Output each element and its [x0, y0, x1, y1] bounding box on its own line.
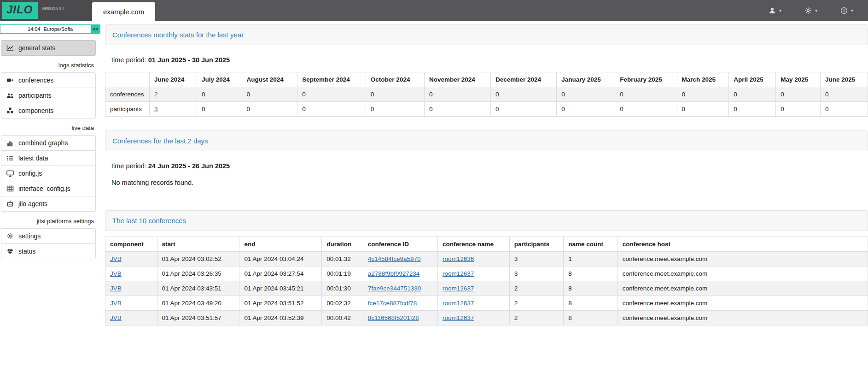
- table-cell: 0: [677, 87, 729, 102]
- table-cell: 0: [729, 87, 776, 102]
- conference-id-link[interactable]: 7fae9ce344751330: [368, 285, 421, 292]
- list-icon: [6, 154, 14, 162]
- jilo-logo[interactable]: JILO: [2, 2, 38, 19]
- time-period-value: 24 Jun 2025 - 26 Jun 2025: [148, 162, 230, 170]
- conference-name-link[interactable]: room12636: [443, 255, 474, 262]
- users-icon: [6, 92, 14, 99]
- component-link[interactable]: JVB: [110, 300, 122, 307]
- table-cell: a2788f9bf9927234: [363, 266, 437, 281]
- topbar-menus: ▾ ▾ ▾: [769, 0, 868, 21]
- table-cell: 2: [509, 281, 564, 296]
- conference-id-link[interactable]: 8c116568f5201f28: [368, 314, 419, 321]
- sidebar-item-participants[interactable]: participants: [1, 88, 96, 103]
- section-label-logs-statistics: logs statistics: [0, 56, 100, 72]
- table-cell: 8c116568f5201f28: [363, 311, 437, 326]
- column-header: August 2024: [242, 72, 297, 87]
- brand-block: JILO VERSION 0.4: [0, 0, 92, 21]
- card-title: Conferences monthly stats for the last y…: [105, 24, 868, 45]
- bar-chart-icon: [6, 139, 14, 147]
- table-cell: 01 Apr 2024 03:45:21: [239, 281, 322, 296]
- conference-id-link[interactable]: fce17ce887fcdf78: [368, 300, 417, 307]
- table-cell: JVB: [105, 281, 157, 296]
- sidebar-item-status[interactable]: status: [1, 243, 96, 259]
- conference-name-link[interactable]: room12637: [443, 300, 474, 307]
- table-cell: 3: [509, 266, 564, 281]
- table-cell: 0: [424, 102, 490, 117]
- table-cell: 0: [424, 87, 490, 102]
- column-header: [105, 72, 150, 87]
- row-label: conferences: [105, 87, 150, 102]
- conferences-month-link[interactable]: 2: [154, 91, 158, 98]
- table-cell: 0: [366, 87, 424, 102]
- sidebar-item-label: config.js: [18, 170, 42, 177]
- sidebar-item-settings[interactable]: settings: [1, 228, 96, 244]
- chevron-down-icon: ▾: [851, 8, 853, 13]
- table-cell: 0: [729, 102, 776, 117]
- table-cell: room12636: [437, 252, 509, 266]
- table-cell: 01 Apr 2024 03:49:20: [157, 296, 239, 311]
- info-menu[interactable]: ▾: [840, 7, 853, 14]
- column-header: conference host: [618, 237, 868, 252]
- sidebar-item-combined-graphs[interactable]: combined graphs: [1, 135, 96, 151]
- conference-name-link[interactable]: room12637: [443, 314, 474, 321]
- conference-id-link[interactable]: a2788f9bf9927234: [368, 270, 420, 277]
- component-link[interactable]: JVB: [110, 255, 122, 262]
- table-cell: 0: [297, 102, 366, 117]
- sidebar-item-config-js[interactable]: config.js: [1, 166, 96, 181]
- table-cell: 8: [564, 296, 618, 311]
- column-header: July 2024: [197, 72, 242, 87]
- settings-menu[interactable]: ▾: [804, 7, 817, 14]
- table-cell: 8: [564, 311, 618, 326]
- sidebar-item-components[interactable]: components: [1, 103, 96, 118]
- conference-name-link[interactable]: room12637: [443, 285, 474, 292]
- table-row: participants 3 0 0 0 0 0 0 0 0 0 0: [105, 102, 868, 117]
- sidebar-item-label: combined graphs: [18, 139, 68, 147]
- table-cell: 0: [366, 102, 424, 117]
- table-row: JVB 01 Apr 2024 03:49:20 01 Apr 2024 03:…: [105, 296, 868, 311]
- user-menu[interactable]: ▾: [769, 7, 781, 14]
- version-label: VERSION 0.4: [41, 6, 64, 11]
- table-cell: 0: [242, 87, 297, 102]
- components-icon: [6, 107, 14, 114]
- empty-message: No matching records found.: [105, 172, 868, 196]
- conference-id-link[interactable]: 4c14584fce9a5970: [368, 255, 421, 262]
- card-title: The last 10 conferences: [105, 210, 868, 231]
- column-header: June 2025: [820, 72, 868, 87]
- component-link[interactable]: JVB: [110, 314, 122, 321]
- sidebar-item-latest-data[interactable]: latest data: [1, 150, 96, 166]
- table-cell: room12637: [437, 296, 509, 311]
- table-cell: 00:01:30: [322, 281, 363, 296]
- participants-month-link[interactable]: 3: [154, 106, 158, 112]
- table-row: JVB 01 Apr 2024 03:51:57 01 Apr 2024 03:…: [105, 311, 868, 326]
- video-camera-icon: [6, 77, 14, 84]
- table-cell: 01 Apr 2024 03:02:52: [157, 252, 239, 266]
- column-header: participants: [509, 237, 564, 252]
- table-cell: 7fae9ce344751330: [363, 281, 437, 296]
- clock-time: 14:04: [28, 26, 41, 32]
- component-link[interactable]: JVB: [110, 285, 122, 292]
- sidebar-item-jilo-agents[interactable]: jilo agents: [1, 196, 96, 212]
- table-cell: conference.meet.example.com: [618, 266, 868, 281]
- table-cell: room12637: [437, 266, 509, 281]
- robot-icon: [6, 200, 14, 207]
- column-header: June 2024: [150, 72, 197, 87]
- monthly-stats-table: June 2024 July 2024 August 2024 Septembe…: [105, 72, 868, 117]
- table-cell: 2: [509, 311, 564, 326]
- component-link[interactable]: JVB: [110, 270, 122, 277]
- table-cell: 0: [242, 102, 297, 117]
- section-label-jitsi-platforms-settings: jitsi platforms settings: [0, 212, 100, 228]
- table-cell: 01 Apr 2024 03:52:39: [239, 311, 322, 326]
- sidebar-collapse-button[interactable]: <<: [91, 25, 100, 33]
- table-row: JVB 01 Apr 2024 03:43:51 01 Apr 2024 03:…: [105, 281, 868, 296]
- table-cell: 00:01:19: [322, 266, 363, 281]
- sidebar-item-conferences[interactable]: conferences: [1, 72, 96, 88]
- platform-tab-example-com[interactable]: example.com: [92, 2, 155, 21]
- table-cell: conference.meet.example.com: [618, 281, 868, 296]
- time-period-label: time period:: [111, 56, 146, 64]
- column-header: April 2025: [729, 72, 776, 87]
- conference-name-link[interactable]: room12637: [443, 270, 474, 277]
- table-cell: 3: [509, 252, 564, 266]
- sidebar-item-interface-config-js[interactable]: interface_config.js: [1, 181, 96, 196]
- sidebar-item-general-stats[interactable]: general stats: [1, 40, 96, 56]
- gear-icon: [804, 7, 812, 14]
